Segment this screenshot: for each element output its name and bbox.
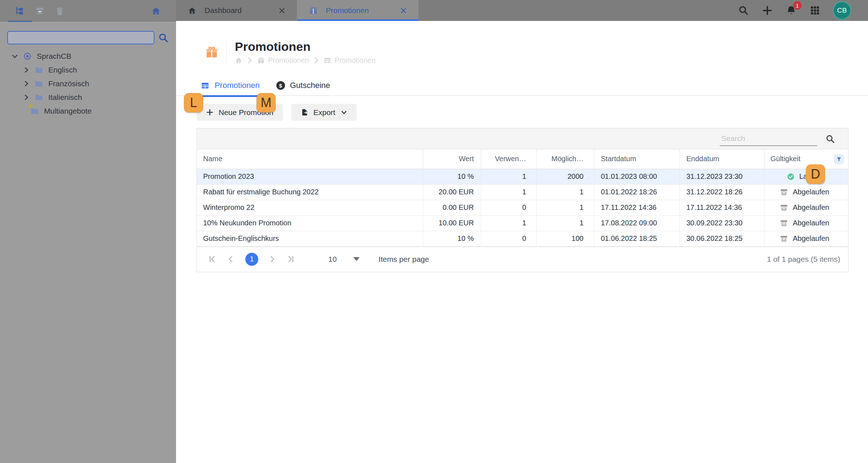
column-header-verwendungen[interactable]: Verwen… bbox=[481, 149, 536, 169]
table-row[interactable]: Winterpromo 22 0.00 EUR 0 1 17.11.2022 1… bbox=[197, 200, 848, 215]
chevron-down-icon bbox=[341, 109, 347, 115]
filter-button[interactable] bbox=[834, 154, 844, 164]
close-icon[interactable] bbox=[400, 7, 407, 14]
global-search-button[interactable] bbox=[738, 5, 749, 16]
cell-verwendungen: 1 bbox=[481, 184, 536, 200]
lock-icon bbox=[28, 103, 34, 108]
breadcrumb: Promotionen Promotionen bbox=[235, 56, 376, 65]
archive-icon bbox=[780, 203, 788, 212]
export-button[interactable]: Export bbox=[291, 104, 357, 121]
items-per-page-label: Items per page bbox=[378, 255, 429, 264]
sidebar-home-button[interactable] bbox=[146, 0, 166, 22]
previous-page-button[interactable] bbox=[226, 255, 235, 264]
cell-name: Promotion 2023 bbox=[197, 169, 423, 184]
avatar[interactable]: CB bbox=[833, 1, 851, 20]
close-icon[interactable] bbox=[279, 7, 285, 14]
first-page-button[interactable] bbox=[208, 255, 217, 264]
home-icon bbox=[151, 6, 161, 16]
tab-promotionen-list[interactable]: Promotionen bbox=[201, 81, 260, 96]
cell-moeglich: 100 bbox=[536, 231, 594, 246]
apps-menu-button[interactable] bbox=[810, 5, 820, 16]
cell-name: 10% Neukunden Promotion bbox=[197, 215, 423, 231]
table-row[interactable]: Gutschein-Englischkurs 10 % 0 100 01.06.… bbox=[197, 231, 848, 246]
cell-startdatum: 01.01.2023 08:00 bbox=[594, 169, 679, 184]
cell-moeglich: 1 bbox=[536, 200, 594, 215]
chevron-right-icon[interactable] bbox=[23, 94, 30, 101]
actions-row: Neue Promotion Export bbox=[197, 104, 356, 121]
page-number-button[interactable]: 1 bbox=[245, 253, 258, 266]
table-row[interactable]: 10% Neukunden Promotion 10.00 EUR 1 1 17… bbox=[197, 215, 848, 231]
breadcrumb-item[interactable]: Promotionen bbox=[334, 56, 375, 65]
cell-verwendungen: 1 bbox=[481, 169, 536, 184]
tree-item-franzoesisch[interactable]: Französisch bbox=[0, 77, 176, 91]
tree-view-button[interactable] bbox=[10, 0, 30, 22]
column-header-gueltigkeit[interactable]: Gültigkeit bbox=[764, 149, 848, 169]
notifications-button[interactable]: 1 bbox=[786, 5, 797, 16]
column-header-enddatum[interactable]: Enddatum bbox=[679, 149, 764, 169]
sidebar-search-input[interactable] bbox=[7, 31, 154, 44]
archive-icon bbox=[35, 6, 45, 16]
column-header-moeglich[interactable]: Möglich… bbox=[536, 149, 594, 169]
column-header-startdatum[interactable]: Startdatum bbox=[594, 149, 679, 169]
tree-item-multiangebote[interactable]: Multiangebote bbox=[0, 104, 176, 118]
chevron-right-icon[interactable] bbox=[23, 80, 30, 87]
filter-icon bbox=[836, 156, 842, 162]
home-icon[interactable] bbox=[235, 57, 242, 64]
tree-icon bbox=[15, 6, 25, 16]
promotions-table: Name Wert Verwen… Möglich… Startdatum En… bbox=[197, 149, 848, 247]
tab-label: Dashboard bbox=[205, 6, 242, 15]
notification-badge: 1 bbox=[793, 1, 802, 10]
table-row[interactable]: Rabatt für erstmalige Buchung 2022 20.00… bbox=[197, 184, 848, 200]
cell-name: Gutschein-Englischkurs bbox=[197, 231, 423, 246]
gift-icon bbox=[257, 57, 265, 64]
pager-info: 1 of 1 pages (5 items) bbox=[767, 255, 840, 264]
tab-gutscheine[interactable]: $ Gutscheine bbox=[276, 81, 330, 96]
apps-grid-icon bbox=[810, 5, 820, 16]
cell-wert: 10 % bbox=[423, 231, 481, 246]
button-label: Export bbox=[314, 108, 336, 117]
trash-button[interactable] bbox=[50, 0, 70, 22]
column-header-wert[interactable]: Wert bbox=[423, 149, 481, 169]
folder-icon bbox=[35, 79, 43, 88]
next-page-button[interactable] bbox=[268, 255, 277, 264]
chevron-right-icon[interactable] bbox=[23, 67, 30, 73]
column-header-name[interactable]: Name bbox=[197, 149, 423, 169]
table-icon bbox=[201, 81, 209, 90]
home-icon bbox=[188, 6, 197, 15]
plus-icon bbox=[762, 5, 773, 16]
grid-toolbar bbox=[197, 128, 848, 149]
export-icon bbox=[301, 109, 308, 116]
search-icon[interactable] bbox=[158, 32, 169, 43]
page-size-dropdown[interactable]: 10 bbox=[328, 255, 360, 264]
last-page-button[interactable] bbox=[286, 255, 295, 264]
page-title: Promotionen bbox=[235, 40, 376, 54]
check-circle-icon bbox=[787, 173, 795, 181]
cell-startdatum: 01.01.2022 18:26 bbox=[594, 184, 679, 200]
archive-button[interactable] bbox=[30, 0, 50, 22]
tab-dashboard[interactable]: Dashboard bbox=[176, 0, 297, 21]
cell-verwendungen: 1 bbox=[481, 215, 536, 231]
table-row[interactable]: Promotion 2023 10 % 1 2000 01.01.2023 08… bbox=[197, 169, 848, 184]
sidebar: SprachCB Englisch Französisch Italienisc… bbox=[0, 0, 176, 463]
tree-item-sprachcb[interactable]: SprachCB bbox=[0, 49, 176, 63]
main-content: Promotionen Promotionen Promotionen Prom… bbox=[176, 21, 868, 463]
breadcrumb-item[interactable]: Promotionen bbox=[268, 56, 309, 65]
cell-verwendungen: 0 bbox=[481, 200, 536, 215]
tree-item-englisch[interactable]: Englisch bbox=[0, 63, 176, 77]
status-label: Abgelaufen bbox=[793, 219, 829, 227]
add-button[interactable] bbox=[762, 5, 773, 16]
tree-item-italienisch[interactable]: Italienisch bbox=[0, 91, 176, 104]
cell-status: Abgelaufen bbox=[764, 231, 848, 246]
search-icon[interactable] bbox=[825, 134, 835, 144]
archive-icon bbox=[780, 188, 788, 197]
status-label: Abgelaufen bbox=[793, 234, 829, 243]
tab-promotionen[interactable]: Promotionen bbox=[297, 0, 418, 21]
chevron-down-icon[interactable] bbox=[12, 53, 18, 59]
cell-moeglich: 1 bbox=[536, 184, 594, 200]
sidebar-search bbox=[7, 31, 169, 44]
cell-moeglich: 2000 bbox=[536, 169, 594, 184]
radio-node-icon bbox=[23, 52, 32, 61]
grid-search bbox=[720, 132, 817, 146]
grid-search-input[interactable] bbox=[720, 132, 817, 145]
table-icon bbox=[324, 57, 331, 64]
